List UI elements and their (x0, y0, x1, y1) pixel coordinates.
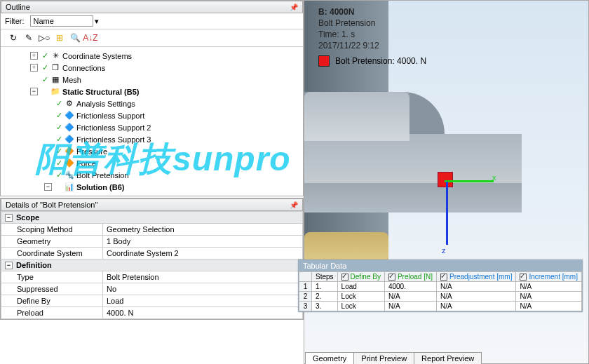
add-icon[interactable]: ⊞ (54, 32, 65, 43)
support-icon: 🔷 (64, 111, 75, 120)
tab-report-preview[interactable]: Report Preview (414, 352, 482, 364)
bolt-icon: 🔩 (64, 170, 75, 180)
vp-name: Bolt Pretension (318, 18, 379, 29)
tree-solution[interactable]: −📊Solution (B6) (13, 181, 300, 193)
axis-y (446, 182, 448, 245)
outline-title: Outline (6, 3, 30, 11)
details-title: Details of "Bolt Pretension" (6, 201, 97, 209)
row-scoping-method[interactable]: Scoping MethodGeometry Selection (1, 224, 303, 236)
check-icon: ✓ (54, 123, 64, 132)
tree-force[interactable]: ✓🔶Force (13, 157, 300, 169)
force-icon: 🔶 (64, 159, 75, 168)
details-table: −Scope Scoping MethodGeometry Selection … (1, 211, 303, 319)
tabular-panel: Tabular Data Steps Define By Preload [N]… (298, 259, 583, 312)
th-steps[interactable]: Steps (312, 272, 338, 282)
pin-icon[interactable]: 📌 (290, 4, 298, 11)
th-preadj[interactable]: Preadjustment [mm] (436, 272, 515, 282)
table-row[interactable]: 11.Load4000.N/AN/A (299, 282, 582, 292)
collapse-icon[interactable]: − (5, 262, 13, 269)
filter-icon[interactable]: 🔍 (69, 32, 81, 43)
solution-icon: 📊 (64, 182, 75, 191)
select-icon[interactable]: ✎ (23, 32, 34, 43)
pressure-icon: 🔶 (64, 147, 75, 156)
tree-coordinate-systems[interactable]: +✓✳Coordinate Systems (13, 50, 300, 62)
row-type[interactable]: TypeBolt Pretension (1, 271, 303, 283)
row-define-by[interactable]: Define ByLoad (1, 295, 303, 307)
table-row[interactable]: 22.LockN/AN/AN/A (299, 292, 582, 302)
checkbox-icon (440, 274, 447, 281)
details-panel: Details of "Bolt Pretension" 📌 −Scope Sc… (0, 198, 304, 320)
folder-icon: 📁 (50, 87, 61, 96)
th-preload[interactable]: Preload [N] (384, 272, 436, 282)
mesh-icon: ▦ (50, 75, 61, 84)
checkbox-icon (520, 274, 527, 281)
viewport-legend: Bolt Pretension: 4000. N (318, 55, 426, 67)
tabular-title: Tabular Data (299, 260, 582, 271)
check-icon: ✓ (54, 159, 64, 168)
th-incr[interactable]: Increment [mm] (516, 272, 581, 282)
check-icon: ✓ (54, 99, 64, 108)
viewport-info: B: 4000N Bolt Pretension Time: 1. s 2017… (318, 6, 379, 51)
support-icon: 🔷 (64, 135, 75, 144)
tree-bolt-pretension[interactable]: ✓🔩Bolt Pretension (13, 169, 300, 181)
refresh-icon[interactable]: ↻ (8, 32, 19, 43)
row-geometry[interactable]: Geometry1 Body (1, 236, 303, 248)
filter-field[interactable] (30, 15, 93, 27)
table-row[interactable]: 33.LockN/AN/AN/A (299, 302, 582, 311)
axis-y-label: z (442, 246, 446, 255)
tree-frictionless-3[interactable]: ✓🔷Frictionless Support 3 (13, 133, 300, 145)
tree-analysis-settings[interactable]: ✓⚙Analysis Settings (13, 97, 300, 109)
legend-swatch (318, 55, 330, 67)
checkbox-icon (388, 274, 395, 281)
tree-mesh[interactable]: ✓▦Mesh (13, 74, 300, 86)
check-icon: ✓ (54, 111, 64, 120)
vp-b-label: B: 4000N (318, 6, 379, 18)
check-icon: ✓ (54, 135, 64, 144)
tab-geometry[interactable]: Geometry (305, 352, 354, 364)
outline-tree[interactable]: +✓✳Coordinate Systems +✓❒Connections ✓▦M… (1, 47, 303, 196)
collapse-icon[interactable]: − (5, 214, 13, 222)
tree-frictionless-1[interactable]: ✓🔷Frictionless Support (13, 109, 300, 121)
axis-icon: ✳ (50, 51, 61, 60)
expand-icon[interactable]: ▷○ (39, 32, 50, 43)
row-coord-sys[interactable]: Coordinate SystemCoordinate System 2 (1, 248, 303, 259)
sort-icon[interactable]: A↓Z (85, 32, 96, 43)
legend-text: Bolt Pretension: 4000. N (335, 56, 426, 66)
collapse-icon[interactable]: − (30, 88, 38, 95)
collapse-icon[interactable]: − (44, 183, 52, 191)
details-title-bar: Details of "Bolt Pretension" 📌 (1, 198, 303, 211)
row-suppressed[interactable]: SuppressedNo (1, 283, 303, 295)
axis-x-label: x (492, 173, 496, 182)
filter-label: Filter: (5, 17, 25, 25)
outline-panel: Outline 📌 Filter: ▾ ↻ ✎ ▷○ ⊞ 🔍 A↓Z +✓✳Co… (0, 0, 304, 196)
axis-x (445, 180, 494, 182)
checkbox-icon (341, 274, 348, 281)
check-icon: ✓ (40, 75, 50, 84)
tab-print-preview[interactable]: Print Preview (353, 352, 414, 364)
outline-toolbar: ↻ ✎ ▷○ ⊞ 🔍 A↓Z (1, 29, 303, 47)
filter-bar: Filter: ▾ (1, 13, 303, 29)
cube-icon: ❒ (50, 63, 61, 72)
tree-static-structural[interactable]: −📁Static Structural (B5) (13, 86, 300, 97)
check-icon: ✓ (40, 63, 50, 72)
vp-time: Time: 1. s (318, 29, 379, 40)
check-icon: ✓ (54, 147, 64, 156)
support-icon: 🔷 (64, 123, 75, 132)
tree-frictionless-2[interactable]: ✓🔷Frictionless Support 2 (13, 121, 300, 133)
bolt-marker (438, 172, 453, 187)
outline-title-bar: Outline 📌 (1, 1, 303, 13)
pin-icon[interactable]: 📌 (290, 201, 298, 209)
tree-pressure[interactable]: ✓🔶Pressure (13, 145, 300, 157)
bottom-tabs: Geometry Print Preview Report Preview (305, 352, 481, 364)
row-preload[interactable]: Preload4000. N (1, 307, 303, 319)
tree-connections[interactable]: +✓❒Connections (13, 62, 300, 74)
check-icon: ✓ (40, 51, 50, 60)
expand-icon[interactable]: + (30, 52, 38, 60)
expand-icon[interactable]: + (30, 64, 38, 72)
tabular-table[interactable]: Steps Define By Preload [N] Preadjustmen… (299, 271, 582, 311)
settings-icon: ⚙ (64, 99, 75, 108)
vp-timestamp: 2017/11/22 9:12 (318, 40, 379, 51)
th-define[interactable]: Define By (337, 272, 384, 282)
check-icon: ✓ (54, 170, 64, 180)
dropdown-icon[interactable]: ▾ (95, 17, 99, 26)
